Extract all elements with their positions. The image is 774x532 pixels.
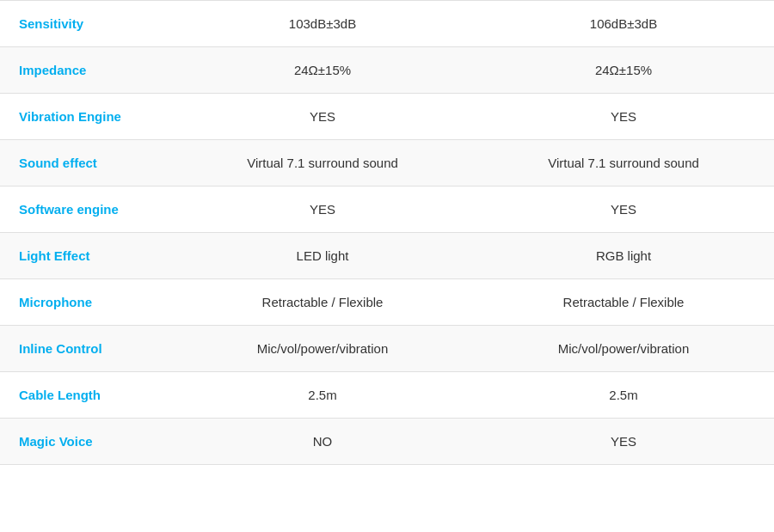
row-label: Cable Length: [0, 372, 172, 419]
row-col1: YES: [172, 94, 473, 140]
row-col1: 24Ω±15%: [172, 47, 473, 94]
table-row: Vibration EngineYESYES: [0, 94, 774, 140]
row-col2: 106dB±3dB: [473, 1, 774, 47]
row-col2: YES: [473, 94, 774, 140]
row-col1: YES: [172, 187, 473, 233]
row-col1: Retractable / Flexible: [172, 279, 473, 326]
row-col1: Mic/vol/power/vibration: [172, 326, 473, 372]
row-col2: Virtual 7.1 surround sound: [473, 140, 774, 187]
row-col1: LED light: [172, 233, 473, 279]
row-col1: Virtual 7.1 surround sound: [172, 140, 473, 187]
row-col2: 24Ω±15%: [473, 47, 774, 94]
row-col1: 2.5m: [172, 372, 473, 419]
table-row: Magic VoiceNOYES: [0, 419, 774, 465]
row-label: Magic Voice: [0, 419, 172, 465]
row-label: Light Effect: [0, 233, 172, 279]
row-col1: NO: [172, 419, 473, 465]
row-col1: 103dB±3dB: [172, 1, 473, 47]
table-row: Cable Length2.5m2.5m: [0, 372, 774, 419]
row-label: Software engine: [0, 187, 172, 233]
row-col2: YES: [473, 187, 774, 233]
table-row: Sensitivity103dB±3dB106dB±3dB: [0, 1, 774, 47]
row-col2: RGB light: [473, 233, 774, 279]
table-row: MicrophoneRetractable / FlexibleRetracta…: [0, 279, 774, 326]
row-col2: 2.5m: [473, 372, 774, 419]
row-label: Sound effect: [0, 140, 172, 187]
table-row: Impedance24Ω±15%24Ω±15%: [0, 47, 774, 94]
row-col2: YES: [473, 419, 774, 465]
table-row: Sound effectVirtual 7.1 surround soundVi…: [0, 140, 774, 187]
table-row: Inline ControlMic/vol/power/vibrationMic…: [0, 326, 774, 372]
row-col2: Mic/vol/power/vibration: [473, 326, 774, 372]
comparison-table: Sensitivity103dB±3dB106dB±3dBImpedance24…: [0, 0, 774, 465]
table-row: Software engineYESYES: [0, 187, 774, 233]
row-col2: Retractable / Flexible: [473, 279, 774, 326]
row-label: Inline Control: [0, 326, 172, 372]
row-label: Sensitivity: [0, 1, 172, 47]
row-label: Microphone: [0, 279, 172, 326]
table-row: Light EffectLED lightRGB light: [0, 233, 774, 279]
row-label: Impedance: [0, 47, 172, 94]
row-label: Vibration Engine: [0, 94, 172, 140]
